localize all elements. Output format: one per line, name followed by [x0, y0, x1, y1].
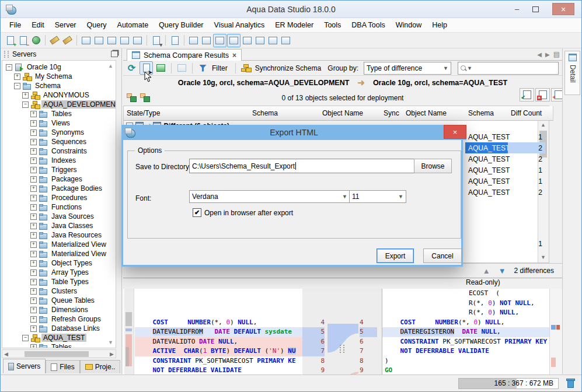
grid-view-6-button[interactable] — [254, 34, 266, 47]
tree-expander-icon[interactable]: + — [30, 251, 37, 257]
tree-expander-icon[interactable]: + — [30, 120, 37, 127]
close-button[interactable]: × — [552, 3, 574, 15]
column-header-schema[interactable]: Schema — [249, 106, 323, 121]
sidebar-hscrollbar[interactable]: ◀ ▶ — [2, 349, 116, 358]
tree-item-tables[interactable]: +Tables — [30, 342, 74, 348]
new-document-button[interactable]: ▾ — [150, 34, 162, 47]
tree-expander-icon[interactable]: + — [30, 223, 37, 229]
gutter-splitter-handle[interactable] — [340, 345, 344, 353]
tree-item-java-classes[interactable]: +Java Classes — [30, 221, 95, 230]
column-header-object-name[interactable]: Object Name — [319, 106, 384, 121]
tree-item-aqua-development[interactable]: −AQUA_DEVELOPMENT — [22, 100, 116, 109]
synchronize-label[interactable]: Synchronize Schema — [255, 64, 321, 72]
tree-item-package-bodies[interactable]: +Package Bodies — [30, 184, 104, 193]
tree-item-java-resources[interactable]: +Java Resources — [30, 230, 103, 240]
collapse-all-button[interactable] — [140, 93, 150, 102]
filter-label[interactable]: Filter — [212, 64, 228, 72]
grid-view-button[interactable] — [176, 62, 188, 74]
column-header-object-name[interactable]: Object Name — [403, 106, 469, 121]
grid-view-5-button[interactable] — [241, 34, 253, 47]
tree-item-procedures[interactable]: +Procedures — [30, 193, 89, 202]
search-dropdown-icon[interactable]: ▼ — [467, 65, 472, 71]
column-header-schema[interactable]: Schema — [465, 106, 511, 121]
tree-expander-icon[interactable]: + — [14, 74, 20, 80]
tree-item-triggers[interactable]: +Triggers — [30, 165, 79, 174]
expand-all-button[interactable] — [127, 93, 137, 102]
scroll-up-icon[interactable]: ▲ — [539, 121, 547, 129]
tree-expander-icon[interactable]: + — [30, 242, 37, 248]
disconnect-button[interactable] — [48, 34, 61, 47]
unregister-server-button[interactable]: − — [17, 34, 29, 47]
tree-expander-icon[interactable]: − — [22, 102, 29, 108]
deselect-all-button[interactable] — [535, 88, 550, 102]
menu-item-er-modeler[interactable]: ER Modeler — [270, 19, 319, 31]
tree-item-materialized-view[interactable]: +Materialized View — [30, 249, 108, 258]
tree-item-synonyms[interactable]: +Synonyms — [30, 128, 86, 137]
tree-expander-icon[interactable]: + — [30, 195, 37, 201]
tree-scroll-up-icon[interactable]: ▲ — [108, 63, 113, 69]
previous-diff-icon[interactable]: ▲ — [483, 267, 490, 275]
menu-item-server[interactable]: Server — [50, 19, 82, 31]
connect-button[interactable] — [30, 34, 42, 47]
tree-expander-icon[interactable]: + — [30, 316, 37, 323]
tree-expander-icon[interactable]: + — [30, 204, 37, 211]
chart-view-button[interactable] — [280, 34, 292, 47]
tab-schema-compare-results[interactable]: Schema Compare Results × — [127, 49, 242, 61]
cancel-button[interactable]: Cancel — [423, 249, 462, 263]
grid-view-4-button[interactable] — [227, 34, 241, 47]
tree-expander-icon[interactable]: + — [30, 111, 37, 117]
tree-item-views[interactable]: +Views — [30, 118, 72, 128]
tab-files[interactable]: Files — [46, 360, 79, 373]
font-select[interactable]: Verdana▼ — [189, 190, 350, 203]
tree-expander-icon[interactable]: + — [30, 130, 37, 136]
tree-expander-icon[interactable]: + — [30, 288, 37, 295]
tab-list-icon[interactable]: ▤ — [553, 50, 560, 58]
tree-item-oracle-10g[interactable]: −Oracle 10g — [6, 62, 63, 72]
grid-view-7-button[interactable] — [267, 34, 279, 47]
table-copy-button[interactable] — [131, 34, 144, 47]
detail-tab[interactable]: Detail — [564, 51, 580, 95]
scroll-left-icon[interactable]: ◀ — [4, 351, 8, 357]
menu-item-query[interactable]: Query — [82, 19, 112, 31]
browse-button[interactable]: Browse — [414, 159, 452, 173]
tree-item-indexes[interactable]: +Indexes — [30, 156, 78, 165]
open-script-button[interactable] — [169, 34, 181, 47]
tree-expander-icon[interactable]: + — [30, 270, 37, 276]
table-edit-button[interactable] — [119, 34, 131, 47]
tree-expander-icon[interactable]: + — [30, 176, 37, 183]
tree-item-table-types[interactable]: +Table Types — [30, 277, 90, 286]
tree-expander-icon[interactable]: + — [30, 232, 37, 239]
tree-expander-icon[interactable]: + — [22, 92, 29, 99]
scroll-right-icon[interactable]: ▶ — [110, 351, 114, 357]
menu-item-dba-tools[interactable]: DBA Tools — [346, 19, 390, 31]
tree-item-schema[interactable]: −Schema — [14, 81, 62, 90]
tree-item-packages[interactable]: +Packages — [30, 174, 84, 184]
tree-scroll-down-icon[interactable]: ▼ — [108, 340, 113, 345]
tree-item-constraints[interactable]: +Constraints — [30, 146, 89, 156]
column-header-diff-count[interactable]: Diff Count — [508, 106, 553, 121]
search-input[interactable]: ▼ — [458, 62, 559, 75]
tab-servers[interactable]: Servers — [3, 359, 46, 373]
tab-prev-icon[interactable]: ◀ — [537, 51, 542, 58]
tree-expander-icon[interactable]: + — [30, 148, 37, 155]
tree-item-sequences[interactable]: +Sequences — [30, 137, 88, 146]
tree-expander-icon[interactable]: + — [30, 158, 37, 164]
grid-view-1-button[interactable] — [187, 34, 200, 47]
tree-expander-icon[interactable]: − — [6, 64, 12, 71]
scroll-thumb[interactable] — [25, 351, 89, 357]
grid-view-3-button[interactable] — [213, 34, 226, 47]
menu-item-help[interactable]: Help — [427, 19, 452, 31]
save-directory-input[interactable]: C:\Users\Schema_Result_Export — [189, 159, 415, 173]
grip-icon[interactable] — [4, 51, 9, 58]
tree-item-aqua-test[interactable]: −AQUA_TEST — [22, 333, 86, 342]
column-header-state-type[interactable]: State/Type — [124, 106, 253, 121]
synchronize-schema-button[interactable] — [240, 62, 252, 74]
tree-expander-icon[interactable]: + — [30, 279, 37, 285]
tab-projects[interactable]: Proje.. — [80, 360, 121, 373]
grid-view-2-button[interactable] — [200, 34, 212, 47]
tree-expander-icon[interactable]: + — [30, 326, 37, 332]
tree-item-database-links[interactable]: +Database Links — [30, 324, 102, 333]
memory-indicator[interactable]: 165 : 367 : 672 MB — [458, 378, 559, 389]
minimize-button[interactable]: – — [508, 3, 525, 15]
menu-item-visual-analytics[interactable]: Visual Analytics — [209, 19, 270, 31]
